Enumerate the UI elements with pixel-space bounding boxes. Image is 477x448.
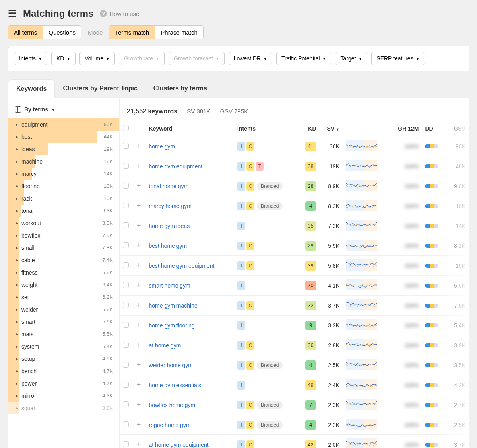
keyword-link[interactable]: home gym machine [149, 302, 198, 309]
row-checkbox[interactable] [123, 222, 129, 228]
row-checkbox[interactable] [123, 183, 129, 189]
tab-clusters-by-parent-topic[interactable]: Clusters by Parent Topic [55, 79, 145, 98]
add-icon[interactable]: + [135, 421, 143, 429]
row-checkbox[interactable] [123, 382, 129, 388]
term-weider[interactable]: ▶weider5.6K [8, 303, 119, 316]
term-ideas[interactable]: ▶ideas19K [8, 143, 119, 155]
term-best[interactable]: ▶best44K [8, 131, 119, 143]
keyword-link[interactable]: tonal home gym [149, 183, 189, 189]
filter-growth-forecast[interactable]: Growth forecast ▼ [169, 52, 225, 65]
tab-clusters-by-terms[interactable]: Clusters by terms [145, 79, 215, 98]
filter-growth-rate[interactable]: Growth rate ▼ [119, 52, 165, 65]
keyword-link[interactable]: home gym flooring [149, 322, 195, 329]
col-dd[interactable]: DD [422, 121, 446, 136]
col-sv[interactable]: SV ▼ [320, 121, 343, 136]
add-icon[interactable]: + [135, 361, 143, 369]
keyword-link[interactable]: home gym equipment [149, 163, 203, 169]
add-icon[interactable]: + [135, 301, 143, 309]
term-weight[interactable]: ▶weight6.4K [8, 279, 119, 291]
term-fitness[interactable]: ▶fitness6.6K [8, 266, 119, 279]
select-all-checkbox[interactable] [123, 125, 129, 131]
row-checkbox[interactable] [123, 342, 129, 348]
row-checkbox[interactable] [123, 203, 129, 208]
filter-target[interactable]: Target ▼ [335, 52, 367, 65]
keyword-link[interactable]: at home gym equipment [149, 442, 209, 448]
add-icon[interactable]: + [135, 261, 143, 269]
add-icon[interactable]: + [135, 242, 143, 249]
row-checkbox[interactable] [123, 401, 129, 407]
row-checkbox[interactable] [123, 322, 129, 328]
row-checkbox[interactable] [123, 143, 129, 149]
keyword-link[interactable]: bowflex home gym [149, 402, 196, 408]
row-checkbox[interactable] [123, 262, 129, 268]
keyword-link[interactable]: rogue home gym [149, 422, 191, 428]
term-mirror[interactable]: ▶mirror4.3K [8, 390, 119, 402]
term-small[interactable]: ▶small7.8K [8, 242, 119, 254]
term-cable[interactable]: ▶cable7.4K [8, 254, 119, 266]
add-icon[interactable]: + [135, 341, 143, 349]
by-terms-dropdown[interactable]: By terms ▼ [8, 104, 119, 118]
keyword-link[interactable]: best home gym equipment [149, 263, 215, 269]
terms-match-tab[interactable]: Terms match [109, 26, 155, 39]
all-terms-tab[interactable]: All terms [8, 26, 43, 39]
keyword-link[interactable]: home gym [149, 143, 175, 150]
add-icon[interactable]: + [135, 281, 143, 289]
term-machine[interactable]: ▶machine16K [8, 155, 119, 168]
col-gsv[interactable]: GSV [446, 121, 469, 136]
questions-tab[interactable]: Questions [43, 26, 81, 39]
filter-kd[interactable]: KD ▼ [51, 52, 76, 65]
col-gr12m[interactable]: GR 12M [389, 121, 422, 136]
term-equipment[interactable]: ▶equipment50K [8, 118, 119, 131]
term-setup[interactable]: ▶setup4.9K [8, 353, 119, 365]
term-smart[interactable]: ▶smart5.6K [8, 316, 119, 328]
add-icon[interactable]: + [135, 440, 143, 448]
term-bowflex[interactable]: ▶bowflex7.9K [8, 229, 119, 242]
term-set[interactable]: ▶set6.2K [8, 291, 119, 303]
filter-intents[interactable]: Intents ▼ [14, 52, 47, 65]
keyword-link[interactable]: weider home gym [149, 362, 193, 368]
row-checkbox[interactable] [123, 282, 129, 288]
term-bench[interactable]: ▶bench4.7K [8, 365, 119, 377]
row-checkbox[interactable] [123, 362, 129, 368]
term-squat[interactable]: ▶squat3.8K [8, 402, 119, 414]
add-icon[interactable]: + [135, 381, 143, 389]
add-icon[interactable]: + [135, 202, 143, 210]
add-icon[interactable]: + [135, 142, 143, 150]
keyword-link[interactable]: marcy home gym [149, 203, 192, 209]
row-checkbox[interactable] [123, 421, 129, 427]
keyword-link[interactable]: best home gym [149, 243, 187, 249]
tab-keywords[interactable]: Keywords [8, 79, 55, 98]
how-to-use-link[interactable]: ? How to use [100, 10, 139, 17]
keyword-link[interactable]: home gym essentials [149, 382, 202, 388]
term-system[interactable]: ▶system5.4K [8, 340, 119, 353]
add-icon[interactable]: + [135, 222, 143, 230]
row-checkbox[interactable] [123, 163, 129, 169]
term-power[interactable]: ▶power4.7K [8, 377, 119, 390]
add-icon[interactable]: + [135, 162, 143, 170]
term-mats[interactable]: ▶mats5.5K [8, 328, 119, 340]
filter-lowest-dr[interactable]: Lowest DR ▼ [229, 52, 272, 65]
col-intents[interactable]: Intents [234, 121, 298, 136]
add-icon[interactable]: + [135, 182, 143, 190]
row-checkbox[interactable] [123, 242, 129, 248]
term-workout[interactable]: ▶workout8.0K [8, 217, 119, 229]
term-rack[interactable]: ▶rack10K [8, 192, 119, 205]
dd-bar [425, 403, 438, 407]
keyword-link[interactable]: home gym ideas [149, 223, 190, 229]
add-icon[interactable]: + [135, 321, 143, 329]
filter-serp-features[interactable]: SERP features ▼ [371, 52, 425, 65]
filter-volume[interactable]: Volume ▼ [80, 52, 115, 65]
menu-icon[interactable]: ☰ [8, 8, 17, 19]
term-flooring[interactable]: ▶flooring10K [8, 180, 119, 192]
keyword-link[interactable]: at home gym [149, 342, 181, 349]
term-tonal[interactable]: ▶tonal9.3K [8, 205, 119, 217]
term-marcy[interactable]: ▶marcy14K [8, 168, 119, 180]
phrase-match-tab[interactable]: Phrase match [155, 26, 203, 39]
row-checkbox[interactable] [123, 302, 129, 308]
col-kd[interactable]: KD [298, 121, 319, 136]
col-keyword[interactable]: Keyword [146, 121, 235, 136]
filter-traffic-potential[interactable]: Traffic Potential ▼ [276, 52, 331, 65]
keyword-link[interactable]: smart home gym [149, 282, 190, 289]
row-checkbox[interactable] [123, 441, 129, 447]
add-icon[interactable]: + [135, 401, 143, 409]
